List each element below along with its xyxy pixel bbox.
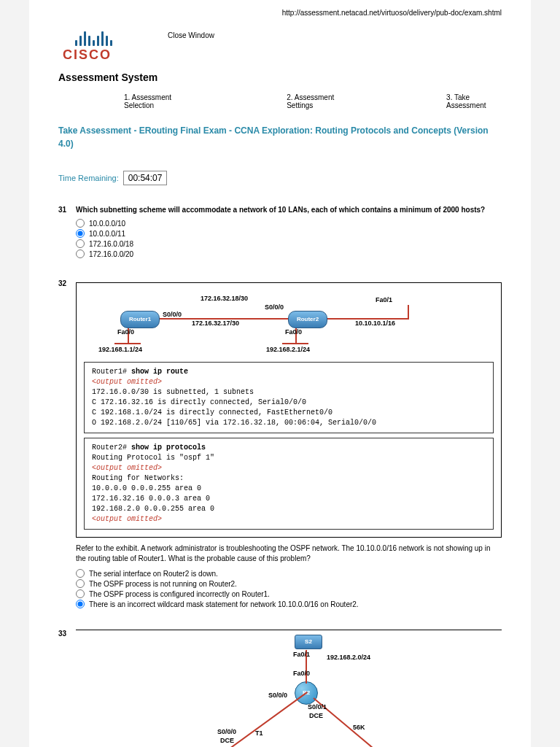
option-label: There is an incorrect wildcard mask stat… <box>89 600 359 608</box>
lan-link <box>114 343 141 344</box>
option-radio[interactable] <box>76 249 85 258</box>
switch-icon: S2 <box>295 635 322 649</box>
lan-link <box>282 343 308 344</box>
question-33: 33 S1 S2 S3 R1 R2 R3 <box>58 630 502 747</box>
interface-label: Fa0/1 <box>376 296 392 303</box>
question-text: Which subnetting scheme will accommodate… <box>76 206 502 214</box>
network-diagram: Router1 Router2 172.16.32.18/30 S0/0/0 S… <box>84 290 494 357</box>
assessment-title: Take Assessment - ERouting Final Exam - … <box>58 124 502 150</box>
interface-label: Fa0/0 <box>285 328 302 336</box>
interface-label: S0/0/0 <box>163 311 182 318</box>
interface-label: Fa0/0 <box>293 670 310 677</box>
router2-icon: Router2 <box>288 311 327 328</box>
t1-label: T1 <box>255 729 263 737</box>
option-label: 172.16.0.0/20 <box>89 250 133 258</box>
ip-label: 172.16.32.18/30 <box>201 295 248 302</box>
dce-label: DCE <box>220 737 234 744</box>
interface-label: Fa0/0 <box>117 328 134 336</box>
exhibit-box: Router1 Router2 172.16.32.18/30 S0/0/0 S… <box>76 282 502 538</box>
ip-label: 192.168.2.1/24 <box>266 346 310 353</box>
option-label: The OSPF process is configured incorrect… <box>89 590 270 598</box>
question-32: 32 Router1 Router2 172.16.32.18/30 <box>58 279 502 609</box>
option-label: 10.0.0.0/11 <box>89 230 125 238</box>
time-remaining-label: Time Remaining: <box>58 174 119 182</box>
step-2[interactable]: 2. Assessment Settings <box>287 93 351 109</box>
interface-label: Fa0/1 <box>293 651 310 658</box>
interface-label: S0/0/0 <box>265 303 284 311</box>
option-label: The serial interface on Router2 is down. <box>89 570 218 578</box>
cisco-wordmark: CISCO <box>58 47 124 63</box>
network-diagram: S1 S2 S3 R1 R2 R3 Fa0/1 192.168 <box>76 630 502 747</box>
router1-icon: Router1 <box>120 311 160 328</box>
close-window-link[interactable]: Close Window <box>168 31 214 39</box>
ip-label: 192.168.2.0/24 <box>327 654 370 661</box>
question-number: 31 <box>58 206 76 259</box>
option-label: 10.0.0.0/10 <box>89 220 125 228</box>
question-text: Refer to the exhibit. A network administ… <box>76 543 502 564</box>
question-number: 33 <box>58 630 76 747</box>
step-3[interactable]: 3. Take Assessment <box>446 93 502 109</box>
option-radio[interactable] <box>76 229 85 238</box>
option-radio[interactable] <box>76 569 85 578</box>
step-1[interactable]: 1. Assessment Selection <box>124 93 192 109</box>
system-title: Assessment System <box>58 71 502 83</box>
dce-label: DCE <box>309 712 323 719</box>
interface-label: S0/0/0 <box>268 692 287 699</box>
option-label: 172.16.0.0/18 <box>89 240 133 248</box>
cisco-logo: CISCO <box>58 30 124 63</box>
question-31: 31 Which subnetting scheme will accommod… <box>58 206 502 259</box>
interface-label: S0/0/0 <box>217 728 236 735</box>
option-radio[interactable] <box>76 600 85 608</box>
router1-terminal: Router1# show ip route <output omitted> … <box>84 362 494 433</box>
interface-label: S0/0/1 <box>308 703 327 711</box>
ip-label: 192.168.1.1/24 <box>98 346 142 353</box>
option-label: The OSPF process is not running on Route… <box>89 580 237 588</box>
option-radio[interactable] <box>76 239 85 248</box>
ip-label: 10.10.10.1/16 <box>355 320 395 327</box>
option-radio[interactable] <box>76 219 85 228</box>
ip-label: 172.16.32.17/30 <box>192 320 239 327</box>
speed-label: 56K <box>353 724 365 731</box>
option-radio[interactable] <box>76 589 85 598</box>
router2-terminal: Router2# show ip protocols Routing Proto… <box>84 438 494 530</box>
page-url: http://assessment.netacad.net/virtuoso/d… <box>58 6 502 30</box>
option-radio[interactable] <box>76 579 85 588</box>
step-nav: 1. Assessment Selection 2. Assessment Se… <box>58 93 502 109</box>
cisco-bars-icon <box>58 30 124 46</box>
lan-link <box>408 305 409 320</box>
question-number: 32 <box>58 279 76 609</box>
time-remaining-value: 00:54:07 <box>123 171 168 185</box>
